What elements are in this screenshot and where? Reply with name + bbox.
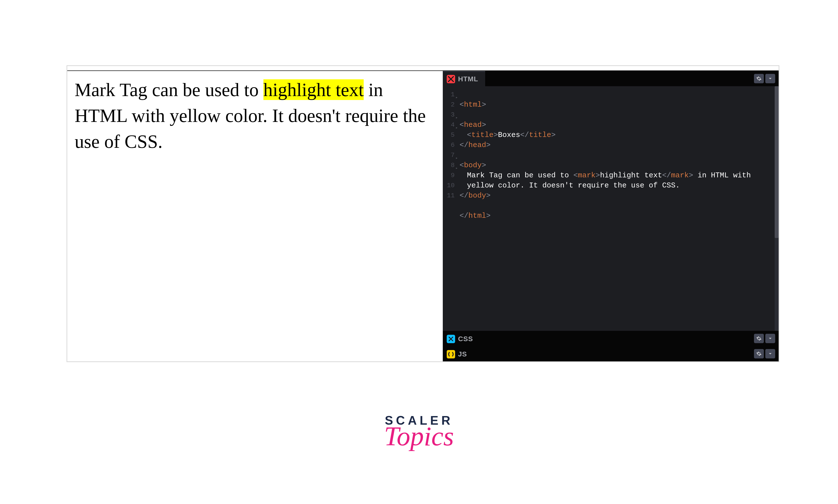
panel-header-js: JS xyxy=(443,346,779,361)
tab-js[interactable]: JS xyxy=(443,346,474,361)
preview-pane: Mark Tag can be used to highlight text i… xyxy=(67,71,443,361)
preview-text: Mark Tag can be used to highlight text i… xyxy=(75,77,435,155)
gear-icon xyxy=(756,351,762,357)
code-content[interactable]: <html> <head> <title>Boxes</title> </hea… xyxy=(458,86,779,331)
tab-css-label: CSS xyxy=(458,335,473,343)
panel-header-html: HTML xyxy=(443,71,779,86)
tab-html[interactable]: HTML xyxy=(443,71,485,86)
codepen-container: Mark Tag can be used to highlight text i… xyxy=(67,65,779,362)
tab-js-label: JS xyxy=(458,350,467,358)
chevron-down-icon xyxy=(768,351,773,357)
tab-html-label: HTML xyxy=(458,75,478,83)
css-badge-icon xyxy=(447,335,455,343)
collapse-button-html[interactable] xyxy=(765,74,775,83)
collapse-button-css[interactable] xyxy=(765,334,775,343)
gear-icon xyxy=(756,336,762,341)
settings-button-css[interactable] xyxy=(754,334,764,343)
editor-pane: HTML 1▸ 2 3▸ 4▸ 5 6 xyxy=(443,71,779,361)
settings-button-html[interactable] xyxy=(754,74,764,83)
line-gutter: 1▸ 2 3▸ 4▸ 5 6 7▸ 8▸ 9 10 11 xyxy=(443,86,458,331)
branding: SCALER Topics xyxy=(384,413,454,450)
code-area-html[interactable]: 1▸ 2 3▸ 4▸ 5 6 7▸ 8▸ 9 10 11 <html> <hea… xyxy=(443,86,779,331)
brand-topics: Topics xyxy=(384,423,454,450)
panel-actions-css xyxy=(754,334,775,343)
chevron-down-icon xyxy=(768,76,773,81)
panel-actions-html xyxy=(754,74,775,83)
split-view: Mark Tag can be used to highlight text i… xyxy=(67,71,779,361)
scrollbar-thumb[interactable] xyxy=(775,86,779,238)
settings-button-js[interactable] xyxy=(754,349,764,358)
window-top-bar xyxy=(67,66,779,71)
html-badge-icon xyxy=(447,75,455,83)
collapse-button-js[interactable] xyxy=(765,349,775,358)
gear-icon xyxy=(756,76,762,81)
preview-highlight: highlight text xyxy=(263,79,364,100)
preview-text-before: Mark Tag can be used to xyxy=(75,79,263,100)
panel-header-css: CSS xyxy=(443,331,779,346)
js-badge-icon xyxy=(447,350,455,358)
tab-css[interactable]: CSS xyxy=(443,331,480,346)
panel-actions-js xyxy=(754,349,775,358)
chevron-down-icon xyxy=(768,336,773,341)
